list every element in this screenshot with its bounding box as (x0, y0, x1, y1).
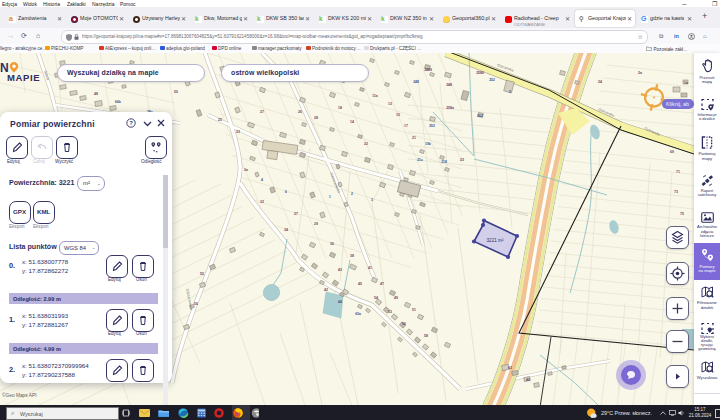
svg-text:25: 25 (218, 118, 222, 122)
svg-text:252: 252 (429, 124, 435, 128)
svg-text:24: 24 (598, 80, 602, 84)
svg-text:11a: 11a (372, 94, 378, 98)
svg-text:75: 75 (680, 212, 684, 216)
svg-text:?: ? (129, 120, 133, 126)
svg-text:40: 40 (526, 378, 530, 382)
svg-text:50: 50 (174, 90, 178, 94)
svg-text:29: 29 (314, 222, 318, 226)
svg-text:258a: 258a (446, 106, 454, 110)
svg-text:2a: 2a (244, 168, 248, 172)
svg-text:1a: 1a (684, 81, 688, 85)
svg-text:27: 27 (260, 110, 264, 114)
svg-text:54: 54 (374, 296, 378, 300)
svg-text:34: 34 (284, 228, 288, 232)
svg-text:21c: 21c (417, 158, 423, 162)
svg-text:63: 63 (508, 366, 512, 370)
svg-text:2: 2 (509, 90, 511, 94)
svg-text:58: 58 (424, 334, 428, 338)
svg-text:23: 23 (460, 158, 464, 162)
svg-text:15: 15 (396, 113, 400, 117)
svg-text:3: 3 (371, 198, 373, 202)
svg-text:248: 248 (413, 80, 419, 84)
svg-text:27: 27 (294, 212, 298, 216)
svg-text:36: 36 (330, 242, 334, 246)
svg-text:73: 73 (674, 190, 678, 194)
svg-text:6: 6 (285, 190, 287, 194)
svg-text:218: 218 (441, 160, 447, 164)
svg-text:32: 32 (260, 200, 264, 204)
svg-text:23: 23 (236, 130, 240, 134)
svg-text:2a: 2a (638, 71, 642, 75)
svg-text:63a: 63a (355, 312, 361, 316)
svg-text:13: 13 (388, 102, 392, 106)
svg-text:43: 43 (338, 268, 342, 272)
svg-text:2: 2 (351, 192, 353, 196)
svg-text:28: 28 (314, 116, 318, 120)
svg-text:4: 4 (261, 178, 263, 182)
svg-text:26: 26 (298, 110, 302, 114)
svg-text:1: 1 (329, 195, 331, 199)
svg-text:2586: 2586 (476, 71, 484, 75)
svg-text:2489: 2489 (424, 68, 432, 72)
svg-text:51: 51 (412, 308, 416, 312)
svg-text:18: 18 (338, 106, 342, 110)
svg-text:Odolanowska: Odolanowska (185, 288, 193, 310)
svg-text:14: 14 (350, 120, 354, 124)
svg-text:55: 55 (200, 272, 204, 276)
svg-text:42: 42 (324, 288, 328, 292)
svg-text:3221 m²: 3221 m² (487, 238, 504, 243)
svg-text:262: 262 (477, 114, 483, 118)
svg-text:17: 17 (404, 124, 408, 128)
svg-text:49: 49 (394, 296, 398, 300)
svg-text:47: 47 (380, 282, 384, 286)
svg-text:69: 69 (670, 150, 674, 154)
svg-text:248: 248 (446, 83, 452, 87)
svg-text:56: 56 (194, 302, 198, 306)
svg-text:19b: 19b (425, 142, 431, 146)
svg-text:66b: 66b (115, 100, 121, 104)
svg-text:45: 45 (358, 282, 362, 286)
svg-text:44: 44 (338, 300, 342, 304)
svg-text:56: 56 (402, 322, 406, 326)
svg-text:38: 38 (350, 254, 354, 258)
svg-text:48: 48 (94, 92, 98, 96)
svg-text:21: 21 (412, 136, 416, 140)
svg-text:252: 252 (489, 78, 495, 82)
svg-text:71: 71 (676, 170, 680, 174)
svg-text:41: 41 (368, 266, 372, 270)
svg-text:53: 53 (388, 310, 392, 314)
svg-text:22: 22 (364, 142, 368, 146)
